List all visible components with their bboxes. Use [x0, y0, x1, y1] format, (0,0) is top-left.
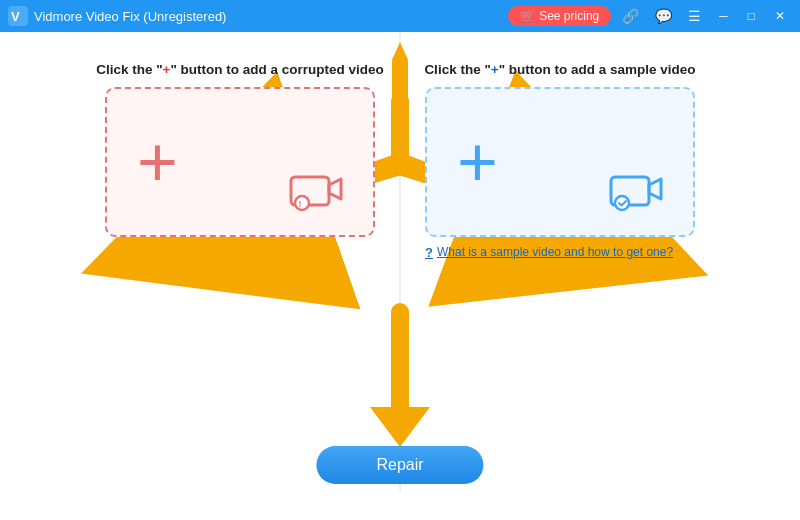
main-content: Click the "+" button to add a corrupted …	[0, 32, 800, 520]
svg-marker-13	[392, 42, 408, 60]
close-button[interactable]: ✕	[768, 7, 792, 25]
panels-row: Click the "+" button to add a corrupted …	[0, 62, 800, 260]
corrupted-video-upload-box[interactable]: + !	[105, 87, 375, 237]
titlebar-actions: 🛒 See pricing 🔗 💬 ☰ ─ □ ✕	[508, 6, 792, 26]
right-panel-label: Click the "+" button to add a sample vid…	[424, 62, 695, 77]
svg-point-16	[295, 196, 309, 210]
svg-marker-19	[649, 179, 661, 199]
app-title: Vidmore Video Fix (Unregistered)	[34, 9, 508, 24]
sample-camera-icon	[603, 163, 665, 217]
sample-video-plus-icon: +	[457, 127, 498, 197]
left-plus-char: +	[163, 62, 171, 77]
svg-marker-15	[329, 179, 341, 199]
svg-marker-9	[370, 407, 430, 447]
cart-icon: 🛒	[520, 9, 535, 23]
see-pricing-button[interactable]: 🛒 See pricing	[508, 6, 611, 26]
chat-icon-button[interactable]: 💬	[650, 6, 677, 26]
see-pricing-label: See pricing	[539, 9, 599, 23]
link-icon-button[interactable]: 🔗	[617, 6, 644, 26]
repair-button[interactable]: Repair	[316, 446, 483, 484]
titlebar: V Vidmore Video Fix (Unregistered) 🛒 See…	[0, 0, 800, 32]
svg-point-20	[615, 196, 629, 210]
helper-link-text: What is a sample video and how to get on…	[437, 245, 673, 259]
maximize-button[interactable]: □	[741, 7, 762, 25]
app-logo: V	[8, 6, 28, 26]
svg-text:V: V	[11, 9, 20, 24]
right-panel-wrapper: Click the "+" button to add a sample vid…	[415, 62, 705, 260]
svg-text:!: !	[299, 199, 302, 209]
menu-icon-button[interactable]: ☰	[683, 6, 706, 26]
left-panel-label: Click the "+" button to add a corrupted …	[96, 62, 384, 77]
minimize-button[interactable]: ─	[712, 7, 735, 25]
corrupted-camera-icon: !	[283, 163, 345, 217]
sample-video-help-link[interactable]: ? What is a sample video and how to get …	[425, 245, 695, 260]
right-plus-char: +	[491, 62, 499, 77]
left-panel-wrapper: Click the "+" button to add a corrupted …	[95, 62, 385, 237]
sample-video-upload-box[interactable]: +	[425, 87, 695, 237]
question-icon: ?	[425, 245, 433, 260]
corrupted-video-plus-icon: +	[137, 127, 178, 197]
